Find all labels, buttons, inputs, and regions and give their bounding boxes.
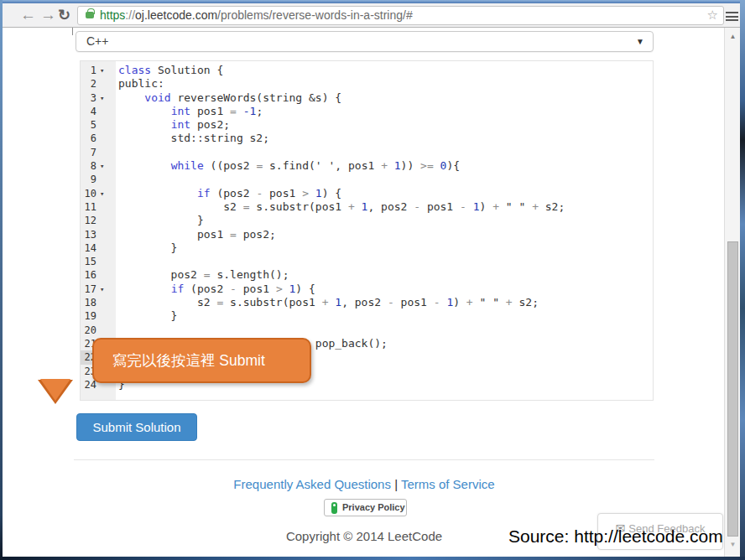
chevron-down-icon: ▼ [636,32,644,51]
code-text [116,255,118,268]
language-select[interactable]: C++ ▼ [76,31,654,52]
code-line[interactable]: 6 std::string s2; [81,132,653,145]
code-text: s2 = s.substr(pos1 + 1, pos2 - pos1 - 1)… [116,200,565,214]
code-line[interactable]: 10▾ if (pos2 - pos1 > 1) { [81,187,653,200]
line-number: 9 [81,173,96,186]
gutter-cell: 2 [81,77,116,91]
code-line[interactable]: 7 [81,146,653,159]
line-number: 8 [81,159,96,173]
code-line[interactable]: 13 pos1 = pos2; [81,228,653,241]
url-scheme: https [100,8,125,22]
line-number: 3 [81,91,96,105]
fold-arrow-icon[interactable]: ▾ [96,91,116,105]
url-domain: oj.leetcode.com [135,8,217,22]
fold-arrow-placeholder [96,77,116,91]
code-text: s2 = s.substr(pos1 + 1, pos2 - pos1 - 1)… [116,296,539,309]
code-line[interactable]: 9 [81,173,653,186]
gutter-cell: 16 [81,268,116,282]
code-line[interactable]: 14 } [81,241,653,255]
window-frame-right [740,0,745,560]
gutter-cell: 7 [81,146,116,159]
code-text: void reverseWords(string &s) { [116,91,341,105]
line-number: 18 [81,296,96,309]
code-line[interactable]: 12 } [81,214,653,227]
footer-divider [74,459,654,460]
code-line[interactable]: 1▾class Solution { [81,64,653,77]
fold-arrow-icon[interactable]: ▾ [96,64,116,77]
line-number: 7 [81,146,96,159]
gutter-cell: 20 [81,324,116,337]
line-number: 13 [81,228,96,241]
code-line[interactable]: 8▾ while ((pos2 = s.find(' ', pos1 + 1))… [81,159,653,173]
hamburger-menu-icon[interactable] [726,12,738,21]
browser-window: ← → ↻ https://oj.leetcode.com/problems/r… [0,0,745,560]
line-number: 12 [81,214,96,227]
fold-arrow-placeholder [96,173,116,186]
code-text: if (pos2 - pos1 > 1) { [116,283,315,296]
code-text: std::string s2; [116,132,269,145]
scroll-up-icon[interactable]: ▲ [725,33,741,40]
callout-text: 寫完以後按這裡 Submit [112,340,265,381]
code-line[interactable]: 3▾ void reverseWords(string &s) { [81,91,653,105]
fold-arrow-placeholder [96,228,116,241]
code-text: } [116,241,177,255]
privacy-policy-badge[interactable]: Privacy Policy [324,499,407,516]
url-separator: :// [125,8,135,22]
vertical-scrollbar[interactable]: ▲ ▼ [724,28,740,557]
line-number: 6 [81,132,96,145]
code-text: } [116,214,204,227]
code-text: } [116,309,177,323]
refresh-icon[interactable]: ↻ [58,4,70,26]
annotation-callout: 寫完以後按這裡 Submit [92,338,311,383]
url-path: /problems/reverse-words-in-a-string/# [217,8,413,22]
callout-pointer [40,379,70,401]
gutter-cell: 18 [81,296,116,309]
gutter-cell: 10▾ [81,187,116,200]
fold-arrow-placeholder [96,132,116,145]
gutter-cell: 9 [81,173,116,186]
code-text: int pos1 = -1; [116,105,263,118]
scrollbar-thumb[interactable] [727,241,738,537]
source-annotation: Source: http://leetcode.com [508,526,723,547]
fold-arrow-placeholder [96,296,116,309]
line-number: 5 [81,118,96,132]
address-bar[interactable]: https://oj.leetcode.com/problems/reverse… [77,6,724,25]
line-number: 20 [81,324,96,337]
fold-arrow-placeholder [96,214,116,227]
faq-link[interactable]: Frequently Asked Questions [233,477,391,491]
code-text [116,146,118,159]
line-number: 11 [81,200,96,214]
code-text: int pos2; [116,118,230,132]
submit-solution-button[interactable]: Submit Solution [76,413,197,441]
code-line[interactable]: 5 int pos2; [81,118,653,132]
code-line[interactable]: 4 int pos1 = -1; [81,105,653,118]
gutter-cell: 5 [81,118,116,132]
scroll-down-icon[interactable]: ▼ [725,541,741,548]
terms-of-service-link[interactable]: Terms of Service [401,477,495,491]
fold-arrow-icon[interactable]: ▾ [96,283,116,296]
code-text [116,324,118,337]
gutter-cell: 17▾ [81,283,116,296]
line-number: 1 [81,64,96,77]
fold-arrow-placeholder [96,118,116,132]
code-line[interactable]: 20 [81,324,653,337]
code-line[interactable]: 11 s2 = s.substr(pos1 + 1, pos2 - pos1 -… [81,200,653,214]
line-number: 2 [81,77,96,91]
gutter-cell: 8▾ [81,159,116,173]
code-text [116,173,118,186]
code-line[interactable]: 15 [81,255,653,268]
forward-icon[interactable]: → [40,4,56,26]
code-line[interactable]: 17▾ if (pos2 - pos1 > 1) { [81,283,653,296]
code-text: if (pos2 - pos1 > 1) { [116,187,341,200]
code-line[interactable]: 16 pos2 = s.length(); [81,268,653,282]
bookmark-star-icon[interactable]: ☆ [707,8,718,23]
line-number: 17 [81,283,96,296]
code-line[interactable]: 19 } [81,309,653,323]
back-icon[interactable]: ← [20,4,36,26]
code-line[interactable]: 2public: [81,77,653,91]
fold-arrow-icon[interactable]: ▾ [96,159,116,173]
code-line[interactable]: 18 s2 = s.substr(pos1 + 1, pos2 - pos1 -… [81,296,653,309]
fold-arrow-icon[interactable]: ▾ [96,187,116,200]
fold-arrow-placeholder [96,255,116,268]
fold-arrow-placeholder [96,105,116,118]
